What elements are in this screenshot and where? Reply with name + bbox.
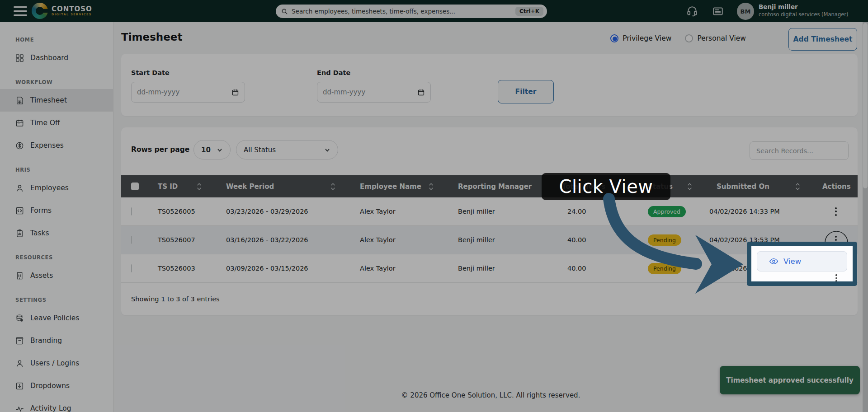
menu-item-view[interactable]: View: [757, 251, 847, 272]
eye-icon: [769, 257, 778, 266]
action-menu-highlight: View: [747, 242, 857, 286]
click-view-annotation: Click View: [542, 173, 670, 200]
row-actions-kebab-icon: [835, 274, 837, 281]
action-menu: View: [751, 246, 853, 281]
dim-overlay: [0, 0, 868, 412]
